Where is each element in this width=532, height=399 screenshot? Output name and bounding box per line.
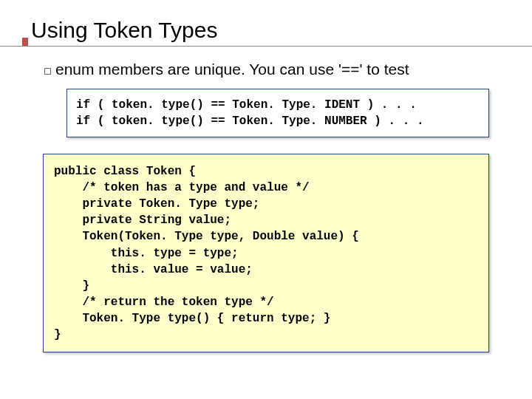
code-class: public class Token { /* token has a type… — [54, 163, 478, 343]
bullet-text: enum members are unique. You can use '==… — [55, 61, 409, 78]
title-rule — [0, 46, 532, 47]
slide-header: Using Token Types — [31, 18, 501, 43]
slide-title: Using Token Types — [31, 18, 501, 43]
code-box-class: public class Token { /* token has a type… — [43, 154, 489, 352]
bullet-item: enum members are unique. You can use '==… — [44, 61, 501, 78]
code-box-usage: if ( token. type() == Token. Type. IDENT… — [66, 89, 489, 137]
code-usage: if ( token. type() == Token. Type. IDENT… — [76, 97, 480, 129]
square-bullet-icon — [44, 68, 51, 75]
